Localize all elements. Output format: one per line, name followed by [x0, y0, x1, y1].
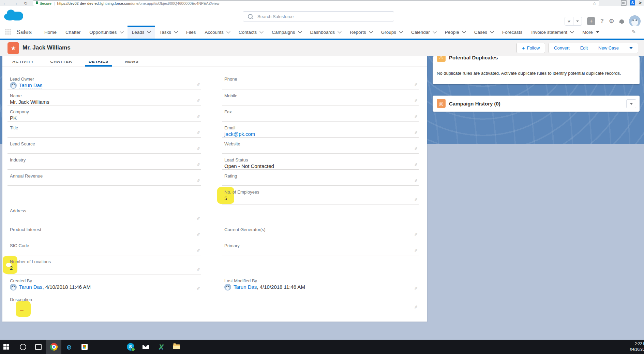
edit-field-pencil-icon[interactable] [196, 216, 200, 221]
taskbar-edge-icon[interactable]: e [61, 340, 77, 354]
store-glyph [81, 344, 88, 350]
salesforce-logo[interactable] [4, 10, 23, 20]
edit-field-pencil-icon[interactable] [414, 130, 418, 135]
field-label: Created By [8, 274, 201, 284]
edit-field-pencil-icon[interactable] [196, 82, 200, 87]
app-launcher-icon[interactable] [5, 29, 11, 35]
field-value [8, 131, 201, 138]
taskbar-cortana-icon[interactable] [15, 340, 31, 354]
tab-news[interactable]: NEWS [125, 56, 139, 67]
nav-item-chatter[interactable]: Chatter [61, 26, 85, 39]
edit-field-pencil-icon[interactable] [196, 267, 200, 272]
nav-item-people[interactable]: People [440, 26, 470, 39]
edit-field-pencil-icon[interactable] [196, 286, 200, 291]
edit-field-pencil-icon[interactable] [196, 130, 200, 135]
edit-field-pencil-icon[interactable] [414, 197, 418, 202]
nav-item-campaigns[interactable]: Campaigns [267, 26, 305, 39]
edit-button[interactable]: Edit [575, 43, 593, 53]
edit-field-pencil-icon[interactable] [196, 178, 200, 183]
user-avatar[interactable] [629, 15, 641, 27]
nav-item-more[interactable]: More [578, 26, 604, 39]
edit-field-pencil-icon[interactable] [414, 248, 418, 253]
nav-item-calendar[interactable]: Calendar [407, 26, 440, 39]
edit-field-pencil-icon[interactable] [414, 82, 418, 87]
nav-item-leads[interactable]: Leads [128, 26, 155, 39]
field-value-link[interactable]: jack@pk.com [224, 131, 255, 137]
browser-reload-icon[interactable]: ↻ [24, 1, 28, 6]
salesforce-extension-icon[interactable]: S [630, 0, 635, 5]
global-create-icon[interactable]: + [587, 17, 595, 25]
app-name[interactable]: Sales [16, 29, 32, 36]
tab-activity[interactable]: ACTIVITY [12, 56, 34, 67]
field-title: Title [8, 122, 201, 138]
new-case-button[interactable]: New Case [593, 43, 624, 53]
nav-item-home[interactable]: Home [40, 26, 61, 39]
browser-forward-icon[interactable]: → [13, 1, 18, 6]
edit-field-pencil-icon[interactable] [196, 248, 200, 253]
edit-field-pencil-icon[interactable] [196, 162, 200, 167]
user-link[interactable]: Tarun Das [234, 284, 257, 290]
edit-field-pencil-icon[interactable] [196, 146, 200, 151]
taskbar-document-icon[interactable] [107, 340, 123, 354]
edit-navigation-pencil-icon[interactable]: ✎ [631, 29, 636, 35]
nav-item-accounts[interactable]: Accounts [200, 26, 234, 39]
edit-field-pencil-icon[interactable] [196, 114, 200, 119]
edit-field-pencil-icon[interactable] [414, 114, 418, 119]
field-value [222, 99, 419, 105]
taskbar-virtualbox-icon[interactable] [92, 340, 107, 354]
record-actions-dropdown-button[interactable] [624, 43, 638, 53]
help-icon[interactable]: ? [600, 18, 604, 24]
nav-item-contacts[interactable]: Contacts [234, 26, 267, 39]
user-link[interactable]: Tarun Das [19, 82, 42, 88]
nav-item-opportunities[interactable]: Opportunities [85, 26, 127, 39]
address-bar[interactable]: Secure | https://dev02-dev-dev-ed.lightn… [33, 0, 599, 6]
taskbar-clock[interactable]: 2:22 PM 04/10/2018 [630, 341, 644, 352]
setup-gear-icon[interactable]: ⚙ [609, 18, 614, 24]
nav-item-dashboards[interactable]: Dashboards [306, 26, 346, 39]
nav-item-cases[interactable]: Cases [470, 26, 498, 39]
nav-item-reports[interactable]: Reports [345, 26, 376, 39]
taskbar-explorer-icon[interactable] [169, 340, 184, 354]
chevron-down-icon [226, 29, 230, 33]
convert-button[interactable]: Convert [549, 43, 575, 53]
edit-field-pencil-icon[interactable] [196, 98, 200, 103]
nav-item-invoice-statement[interactable]: Invoice statement [527, 26, 578, 39]
taskbar-x-app-icon[interactable]: X [153, 340, 169, 354]
nav-item-tasks[interactable]: Tasks [155, 26, 182, 39]
taskbar-mail-icon[interactable] [138, 340, 153, 354]
nav-item-forecasts[interactable]: Forecasts [498, 26, 527, 39]
edit-field-pencil-icon[interactable] [414, 162, 418, 167]
favorites-star-icon[interactable]: ★ [565, 17, 573, 25]
favorites-dropdown-icon[interactable] [573, 17, 582, 25]
field-website: Website [222, 138, 419, 154]
edit-field-pencil-icon[interactable] [414, 305, 418, 310]
notifications-bell-icon[interactable] [619, 19, 624, 23]
global-search[interactable] [243, 11, 394, 22]
edit-field-pencil-icon[interactable] [414, 286, 418, 291]
taskbar-chrome-icon[interactable] [46, 340, 61, 354]
follow-button[interactable]: + Follow [516, 43, 545, 53]
browser-back-icon[interactable]: ← [3, 1, 7, 6]
taskbar-store-icon[interactable] [77, 340, 92, 354]
nav-item-files[interactable]: Files [182, 26, 200, 39]
tab-chatter[interactable]: CHATTER [50, 56, 72, 67]
taskbar-task-view-icon[interactable] [31, 340, 46, 354]
tab-label: ACTIVITY [12, 61, 34, 64]
edit-field-pencil-icon[interactable] [414, 98, 418, 103]
taskbar-skype-icon[interactable]: S [123, 340, 138, 354]
edit-field-pencil-icon[interactable] [414, 232, 418, 237]
bookmark-star-icon[interactable]: ☆ [593, 1, 596, 6]
field-label: Title [8, 122, 201, 131]
edit-field-pencil-icon[interactable] [414, 178, 418, 183]
user-link[interactable]: Tarun Das [19, 284, 42, 290]
edit-field-pencil-icon[interactable] [196, 232, 200, 237]
taskbar-start-icon[interactable] [0, 340, 15, 354]
nav-item-groups[interactable]: Groups [377, 26, 407, 39]
chevron-down-icon [298, 29, 302, 33]
notes-extension-icon[interactable] [621, 0, 627, 6]
pin-extension-icon[interactable]: ✕ [638, 0, 642, 6]
tab-details[interactable]: DETAILS [89, 56, 108, 67]
campaign-history-dropdown-button[interactable] [626, 99, 636, 108]
search-input[interactable] [257, 14, 394, 19]
edit-field-pencil-icon[interactable] [414, 146, 418, 151]
